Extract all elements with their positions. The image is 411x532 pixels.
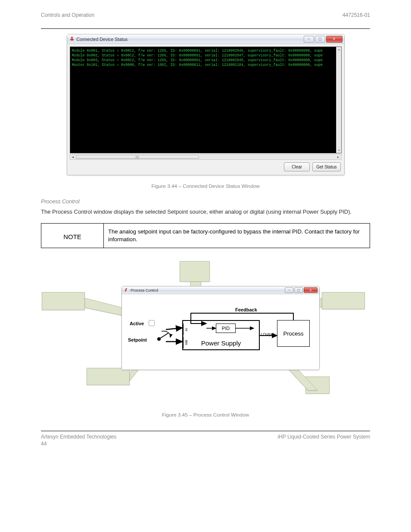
scroll-up-arrow[interactable]: ▴ xyxy=(336,47,342,52)
figure-caption: Figure 3.45 – Process Control Window xyxy=(41,412,370,418)
window-body: Active Setpoint Feedback AI MB Power Sup… xyxy=(122,294,319,370)
callout-box-left-upper xyxy=(42,292,85,310)
get-status-button[interactable]: Get Status xyxy=(312,162,340,171)
terminal-text: Module 0x001, Status = 0x00C2, f/w ver: … xyxy=(70,47,341,68)
scroll-thumb[interactable] xyxy=(76,155,199,159)
close-button[interactable]: ✕ xyxy=(304,287,318,293)
process-control-diagram: Process Control ─ ▢ ✕ Active Setpoint Fe… xyxy=(42,261,369,399)
maximize-button[interactable]: ▢ xyxy=(315,36,325,43)
scroll-right-arrow[interactable]: ► xyxy=(336,155,341,159)
callout-box-left-lower xyxy=(87,368,130,385)
titlebar: Connected Device Status ─ ▢ ✕ xyxy=(67,34,344,44)
footer-right: iHP Liquid-Cooled Series Power System xyxy=(277,434,370,440)
app-icon xyxy=(69,36,75,42)
window-title: Process Control xyxy=(131,288,158,292)
window-body: Module 0x001, Status = 0x00C2, f/w ver: … xyxy=(67,44,344,175)
note-label-cell: NOTE xyxy=(41,224,104,248)
minimize-button[interactable]: ─ xyxy=(304,36,314,43)
callout-box-right-upper xyxy=(322,292,365,309)
close-button[interactable]: ✕ xyxy=(326,36,342,43)
section-body: The Process Control window displays the … xyxy=(41,208,370,215)
minimize-button[interactable]: ─ xyxy=(285,287,293,293)
window-title: Connected Device Status xyxy=(77,37,128,42)
clear-button[interactable]: Clear xyxy=(284,162,310,171)
callout-box-top xyxy=(180,261,210,282)
section-heading: Process Control xyxy=(41,199,370,205)
scroll-left-arrow[interactable]: ◄ xyxy=(70,155,76,159)
terminal-output: Module 0x001, Status = 0x00C2, f/w ver: … xyxy=(70,47,342,153)
callout-box-right-lower xyxy=(305,376,330,394)
scroll-grip-icon xyxy=(136,156,139,159)
titlebar: Process Control ─ ▢ ✕ xyxy=(122,286,319,294)
header-right: 4472516-01 xyxy=(342,12,370,18)
app-icon xyxy=(124,288,129,293)
process-control-window: Process Control ─ ▢ ✕ Active Setpoint Fe… xyxy=(121,286,320,370)
header-left: Controls and Operation xyxy=(41,12,94,18)
scroll-down-arrow[interactable]: ▾ xyxy=(336,148,342,153)
connected-device-status-window: Connected Device Status ─ ▢ ✕ Module 0x0… xyxy=(67,34,345,175)
vertical-scrollbar[interactable]: ▴ ▾ xyxy=(336,47,341,153)
footer-left: Artesyn Embedded Technologies xyxy=(41,434,116,440)
page-number: 44 xyxy=(41,441,370,447)
horizontal-scrollbar[interactable]: ◄ ► xyxy=(70,154,342,160)
header-rule xyxy=(41,28,370,29)
note-table: NOTE The analog setpoint input can be fa… xyxy=(41,223,370,248)
maximize-button[interactable]: ▢ xyxy=(294,287,303,293)
svg-line-5 xyxy=(166,328,182,330)
process-wires-svg xyxy=(122,294,319,370)
note-text-cell: The analog setpoint input can be factory… xyxy=(104,224,370,248)
figure-caption: Figure 3.44 – Connected Device Status Wi… xyxy=(41,183,370,189)
page-footer: Artesyn Embedded Technologies iHP Liquid… xyxy=(41,431,370,447)
